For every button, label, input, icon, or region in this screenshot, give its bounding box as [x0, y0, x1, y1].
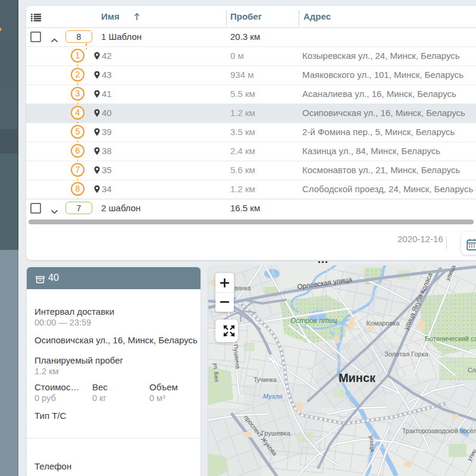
- svg-text:Минск: Минск: [339, 371, 376, 384]
- svg-text:Комаровка: Комаровка: [367, 320, 400, 327]
- svg-text:вянка: вянка: [234, 284, 251, 292]
- svg-text:Мухля: Мухля: [263, 393, 282, 400]
- svg-text:Ботанический са: Ботанический са: [425, 335, 476, 342]
- svg-text:Тучинка: Тучинка: [253, 376, 277, 383]
- svg-text:Тракторозаводской посёлок: Тракторозаводской посёлок: [402, 427, 476, 434]
- svg-text:Золотая Горка: Золотая Горка: [384, 350, 428, 358]
- svg-text:ул. Бел: ул. Бел: [212, 362, 220, 382]
- svg-text:Остров птиц: Остров птиц: [290, 317, 337, 325]
- svg-text:Слеп: Слеп: [468, 367, 476, 374]
